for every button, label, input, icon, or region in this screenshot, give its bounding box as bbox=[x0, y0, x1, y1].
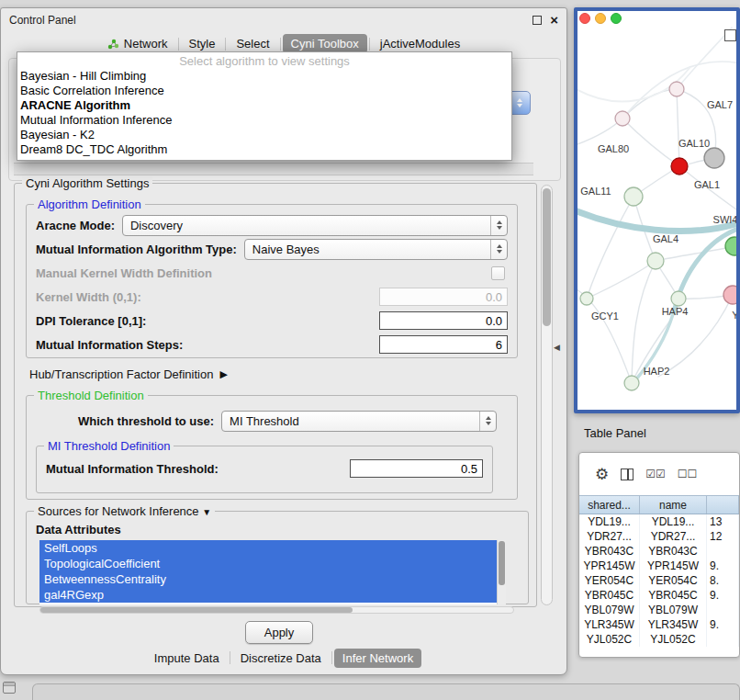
table-row[interactable]: YBL079WYBL079W bbox=[579, 603, 739, 617]
threshold-definition-title: Threshold Definition bbox=[34, 389, 148, 402]
table-cell: YBR045C bbox=[640, 588, 707, 603]
table-cell: YDL19... bbox=[579, 514, 640, 529]
table-row[interactable]: YLR345WYLR345W9. bbox=[579, 617, 739, 632]
network-node[interactable] bbox=[725, 237, 736, 255]
scrollbar-thumb[interactable] bbox=[40, 607, 353, 613]
column-header[interactable] bbox=[707, 496, 739, 514]
dpi-tolerance-input[interactable] bbox=[379, 311, 508, 330]
column-header[interactable]: name bbox=[640, 496, 707, 514]
minimize-button[interactable] bbox=[595, 13, 606, 24]
network-edge bbox=[622, 89, 677, 119]
attributes-scrollbar[interactable] bbox=[497, 540, 506, 604]
hub-definition-section[interactable]: Hub/Transcription Factor Definition ▶ bbox=[29, 367, 228, 381]
hidden-group-edge bbox=[14, 163, 533, 175]
mi-threshold-input[interactable] bbox=[350, 459, 483, 478]
algorithm-option[interactable]: Basic Correlation Inference bbox=[17, 84, 511, 98]
network-canvas[interactable]: GAL10GAL80GAL11GAL1SWI4GAL4YGCY1HAP4HAP2… bbox=[577, 11, 736, 410]
network-tab-icon bbox=[107, 39, 119, 50]
mi-steps-input[interactable] bbox=[379, 335, 508, 354]
network-node[interactable] bbox=[671, 158, 688, 175]
select-columns-icon[interactable]: ☑☑ bbox=[645, 468, 666, 480]
tab-impute-data[interactable]: Impute Data bbox=[146, 649, 228, 668]
bottom-panel-edge bbox=[32, 683, 740, 700]
attribute-item[interactable]: SelfLoops bbox=[39, 540, 506, 556]
network-node[interactable] bbox=[580, 292, 593, 305]
table-row[interactable]: YBR043CYBR043C bbox=[579, 544, 739, 559]
network-node[interactable] bbox=[624, 187, 643, 206]
algorithm-option[interactable]: ARACNE Algorithm bbox=[17, 98, 511, 113]
algorithm-option[interactable]: Mutual Information Inference bbox=[17, 113, 511, 128]
splitter-collapse-arrow[interactable]: ◀ bbox=[554, 343, 560, 352]
attribute-item[interactable]: gal4RGexp bbox=[39, 587, 506, 603]
algorithm-option[interactable]: Bayesian - K2 bbox=[17, 128, 511, 142]
table-cell: YLR345W bbox=[579, 617, 640, 632]
table-cell: YBR043C bbox=[640, 544, 707, 559]
tab-separator bbox=[230, 651, 230, 664]
kernel-width-input[interactable] bbox=[379, 288, 508, 306]
network-node[interactable] bbox=[671, 291, 686, 306]
table-row[interactable]: YJL052CYJL052C bbox=[579, 632, 739, 647]
table-row[interactable]: YDR27...YDR27...12 bbox=[579, 529, 739, 544]
table-panel-title: Table Panel bbox=[584, 426, 646, 440]
tab-separator bbox=[280, 38, 281, 51]
tab-discretize-data[interactable]: Discretize Data bbox=[232, 649, 330, 668]
tab-separator bbox=[331, 651, 332, 664]
manual-kernel-checkbox[interactable] bbox=[491, 266, 505, 280]
network-node[interactable] bbox=[615, 111, 630, 126]
table-row[interactable]: YPR145WYPR145W9. bbox=[579, 559, 739, 573]
which-threshold-label: Which threshold to use: bbox=[78, 414, 214, 428]
deselect-columns-icon[interactable]: ☐☐ bbox=[678, 468, 698, 480]
table-cell: YDR27... bbox=[640, 529, 707, 544]
network-node[interactable] bbox=[624, 376, 639, 390]
network-node[interactable] bbox=[704, 148, 724, 168]
gear-icon[interactable]: ⚙ bbox=[595, 467, 609, 482]
tab-cyni-toolbox[interactable]: Cyni Toolbox bbox=[283, 34, 367, 53]
zoom-button[interactable] bbox=[611, 13, 622, 24]
mi-type-combo[interactable]: Naive Bayes bbox=[244, 239, 508, 260]
tab-select[interactable]: Select bbox=[228, 34, 277, 53]
apply-button[interactable]: Apply bbox=[245, 621, 313, 644]
combo-arrows-icon bbox=[490, 216, 507, 235]
mi-steps-label: Mutual Information Steps: bbox=[36, 338, 372, 352]
table-row[interactable]: YER054CYER054C8. bbox=[579, 573, 739, 588]
algorithm-option[interactable]: Dream8 DC_TDC Algorithm bbox=[17, 142, 511, 157]
tab-infer-network[interactable]: Infer Network bbox=[334, 649, 421, 668]
node-label: GAL80 bbox=[598, 143, 629, 154]
network-node[interactable] bbox=[723, 286, 736, 304]
tab-jactivemodules[interactable]: jActiveModules bbox=[372, 34, 468, 53]
attribute-item[interactable]: BetweennessCentrality bbox=[39, 571, 506, 587]
scrollbar-thumb[interactable] bbox=[499, 541, 505, 585]
network-edge bbox=[677, 89, 679, 166]
node-label: GAL10 bbox=[678, 138, 710, 149]
close-panel-icon[interactable]: × bbox=[550, 13, 558, 27]
node-label: GCY1 bbox=[591, 310, 619, 322]
attributes-h-scrollbar[interactable] bbox=[39, 606, 514, 614]
attribute-item[interactable]: TopologicalCoefficient bbox=[39, 556, 506, 571]
which-threshold-combo[interactable]: MI Threshold bbox=[221, 411, 497, 432]
tab-style[interactable]: Style bbox=[181, 34, 224, 53]
sources-group-title[interactable]: Sources for Network Inference ▼ bbox=[34, 504, 215, 518]
scrollbar-thumb[interactable] bbox=[543, 188, 551, 326]
hub-definition-label: Hub/Transcription Factor Definition bbox=[29, 367, 213, 381]
algorithm-definition-group: Algorithm Definition Aracne Mode: Discov… bbox=[26, 204, 518, 358]
aracne-mode-combo[interactable]: Discovery bbox=[122, 215, 508, 236]
tab-network[interactable]: Network bbox=[99, 34, 176, 53]
column-header[interactable]: shared... bbox=[579, 496, 640, 514]
column-layout-icon[interactable] bbox=[621, 469, 633, 480]
algorithm-option[interactable]: Bayesian - Hill Climbing bbox=[17, 69, 511, 84]
mi-threshold-group-title: MI Threshold Definition bbox=[44, 439, 174, 453]
network-node[interactable] bbox=[647, 253, 664, 269]
float-window-icon[interactable] bbox=[533, 16, 542, 25]
table-row[interactable]: YDL19...YDL19...13 bbox=[579, 514, 739, 529]
scrollbar-corner bbox=[724, 29, 736, 41]
close-button[interactable] bbox=[579, 13, 590, 24]
settings-group-title: Cyni Algorithm Settings bbox=[22, 176, 152, 190]
kernel-width-row: Kernel Width (0,1): bbox=[27, 285, 517, 309]
table-cell: YLR345W bbox=[640, 617, 707, 632]
collapsed-window-icon[interactable] bbox=[3, 682, 16, 694]
network-node[interactable] bbox=[669, 82, 684, 96]
kernel-width-label: Kernel Width (0,1): bbox=[36, 290, 372, 304]
table-cell: 13 bbox=[707, 514, 739, 529]
table-row[interactable]: YBR045CYBR045C9. bbox=[579, 588, 739, 603]
settings-scrollbar[interactable] bbox=[541, 185, 553, 605]
